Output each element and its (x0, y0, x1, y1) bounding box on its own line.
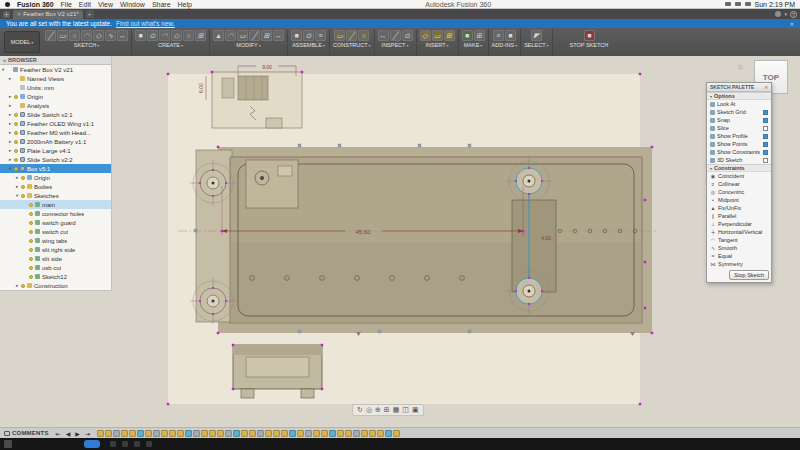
tree-item[interactable]: ▸ Analysis (0, 101, 111, 110)
tree-item[interactable]: switch guard (0, 218, 111, 227)
tree-item[interactable]: slit right side (0, 245, 111, 254)
print-icon[interactable] (462, 30, 473, 41)
visibility-bulb-icon[interactable] (21, 284, 25, 288)
workspace-selector[interactable]: MODEL (4, 31, 40, 53)
wifi-icon[interactable] (745, 2, 751, 6)
constraint-item[interactable]: ▲ Fix/UnFix (707, 204, 771, 212)
toolbar-menu-modify[interactable]: MODIFY (236, 42, 260, 48)
toolbar-menu-create[interactable]: CREATE (158, 42, 183, 48)
visibility-bulb-icon[interactable] (14, 167, 18, 171)
arc-icon[interactable] (81, 30, 92, 41)
curvature-icon[interactable] (402, 30, 413, 41)
constraint-item[interactable]: = Equal (707, 252, 771, 260)
sweep-icon[interactable] (159, 30, 170, 41)
tree-item[interactable]: ▸ Named Views (0, 74, 111, 83)
option-checkbox[interactable] (763, 110, 768, 115)
toolbar-menu-construct[interactable]: CONSTRUCT (333, 42, 371, 48)
stop-sketch-icon[interactable] (584, 30, 595, 41)
toolbar-menu-sketch[interactable]: SKETCH (74, 42, 99, 48)
app-menu[interactable]: Fusion 360 (17, 0, 54, 9)
playback-control-icon[interactable]: ⇤ (56, 430, 61, 437)
switch-detail[interactable]: 9.00 6.00 (198, 64, 302, 129)
timeline-feature-icon[interactable] (297, 430, 304, 437)
timeline-feature-icon[interactable] (273, 430, 280, 437)
palette-option[interactable]: Show Profile (707, 132, 771, 140)
document-tab[interactable]: Feather Box V2 v21* (13, 10, 83, 19)
tree-item[interactable]: ▾ Sketches (0, 191, 111, 200)
comments-label[interactable]: COMMENTS (12, 430, 49, 436)
timeline-feature-icon[interactable] (105, 430, 112, 437)
option-checkbox[interactable] (763, 142, 768, 147)
palette-constraints-header[interactable]: Constraints (707, 164, 771, 172)
sketch-dimension-icon[interactable] (117, 30, 128, 41)
timeline-feature-icon[interactable] (225, 430, 232, 437)
status-icon[interactable] (122, 441, 128, 447)
visibility-bulb-icon[interactable] (14, 122, 18, 126)
timeline-feature-icon[interactable] (393, 430, 400, 437)
timeline-feature-icon[interactable] (217, 430, 224, 437)
menu-item[interactable]: Window (120, 0, 145, 9)
visibility-bulb-icon[interactable] (29, 230, 33, 234)
option-checkbox[interactable] (763, 134, 768, 139)
nav-tool-icon[interactable]: ▣ (412, 406, 419, 414)
playback-control-icon[interactable]: ⇥ (85, 430, 90, 437)
new-component-icon[interactable] (291, 30, 302, 41)
palette-option[interactable]: Look At (707, 100, 771, 108)
visibility-bulb-icon[interactable] (21, 185, 25, 189)
tree-item[interactable]: wing tabs (0, 236, 111, 245)
menu-item[interactable]: Share (152, 0, 171, 9)
rigid-group-icon[interactable] (315, 30, 326, 41)
user-avatar[interactable] (775, 11, 781, 17)
nav-tool-icon[interactable]: ↻ (357, 406, 363, 414)
notification-link[interactable]: Find out what's new. (116, 20, 175, 27)
option-checkbox[interactable] (763, 126, 768, 131)
palette-option[interactable]: Sketch Grid (707, 108, 771, 116)
menubar-clock[interactable]: Sun 2:19 PM (755, 0, 795, 9)
timeline-feature-icon[interactable] (177, 430, 184, 437)
tree-item[interactable]: ▸ Construction (0, 281, 111, 290)
constraint-item[interactable]: ◎ Concentric (707, 188, 771, 196)
line-icon[interactable] (45, 30, 56, 41)
visibility-bulb-icon[interactable] (14, 113, 18, 117)
timeline-feature-icon[interactable] (209, 430, 216, 437)
battery-icon[interactable] (735, 2, 741, 6)
playback-control-icon[interactable]: ▶ (75, 430, 80, 437)
visibility-bulb-icon[interactable] (29, 257, 33, 261)
palette-titlebar[interactable]: SKETCH PALETTE (707, 83, 771, 92)
timeline-feature-icon[interactable] (361, 430, 368, 437)
visibility-bulb-icon[interactable] (14, 104, 18, 108)
constraint-item[interactable]: ◠ Tangent (707, 236, 771, 244)
new-tab-button[interactable] (86, 10, 94, 18)
timeline-feature-icon[interactable] (185, 430, 192, 437)
stop-sketch-button[interactable]: STOP SKETCH (570, 42, 610, 48)
timeline-feature-icon[interactable] (97, 430, 104, 437)
toolbar-menu-inspect[interactable]: INSPECT (382, 42, 409, 48)
insert-svg-icon[interactable] (432, 30, 443, 41)
measure-icon[interactable] (378, 30, 389, 41)
menu-item[interactable]: Help (178, 0, 192, 9)
visibility-bulb-icon[interactable] (29, 248, 33, 252)
dimension-detail-width-label[interactable]: 9.00 (262, 64, 272, 70)
toolbar-menu-make[interactable]: MAKE (464, 42, 483, 48)
timeline-feature-icon[interactable] (241, 430, 248, 437)
loft-icon[interactable] (171, 30, 182, 41)
playback-control-icon[interactable]: ◀ (66, 430, 71, 437)
constraint-item[interactable]: • Midpoint (707, 196, 771, 204)
constraint-item[interactable]: ◉ Coincident (707, 172, 771, 180)
tree-item[interactable]: usb cut (0, 263, 111, 272)
addins-icon[interactable] (505, 30, 516, 41)
visibility-bulb-icon[interactable] (14, 140, 18, 144)
draft-icon[interactable] (249, 30, 260, 41)
option-checkbox[interactable] (763, 118, 768, 123)
visibility-bulb-icon[interactable] (14, 95, 18, 99)
option-checkbox[interactable] (763, 158, 768, 163)
timeline-feature-icon[interactable] (257, 430, 264, 437)
tree-item[interactable]: ▸ Slide Switch v2:1 (0, 110, 111, 119)
option-checkbox[interactable] (763, 150, 768, 155)
tree-item[interactable]: ▸ 2000mAh Battery v1:1 (0, 137, 111, 146)
polygon-icon[interactable] (93, 30, 104, 41)
tree-item[interactable]: Sketch12 (0, 272, 111, 281)
help-icon[interactable] (790, 11, 797, 18)
timeline-feature-icon[interactable] (265, 430, 272, 437)
visibility-bulb-icon[interactable] (29, 275, 33, 279)
